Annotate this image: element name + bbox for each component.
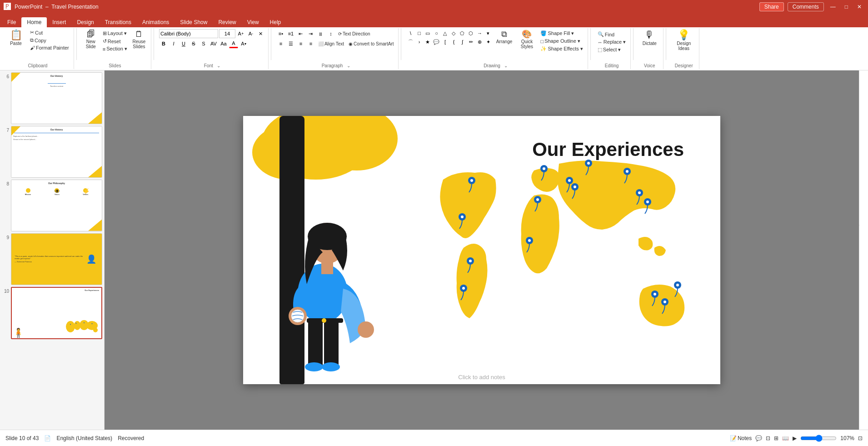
tab-view[interactable]: View	[242, 17, 264, 27]
slide-thumb-7-inner: Our History Neptune is the farthest plan…	[11, 126, 102, 177]
shape-star[interactable]: ★	[424, 38, 432, 46]
shape-callout[interactable]: 💬	[432, 38, 440, 46]
smartart-icon: ◉	[349, 41, 353, 46]
increase-font-button[interactable]: A+	[236, 29, 245, 38]
comments-icon[interactable]: 💬	[755, 435, 762, 441]
bold-button[interactable]: B	[159, 39, 168, 48]
share-button[interactable]: Share	[759, 2, 784, 11]
quick-styles-button[interactable]: 🎨 QuickStyles	[516, 29, 538, 50]
font-size-input[interactable]	[219, 29, 235, 38]
tab-review[interactable]: Review	[213, 17, 241, 27]
shape-misc2[interactable]: ✦	[484, 38, 492, 46]
shape-pentagon[interactable]: ⬠	[458, 29, 466, 37]
decrease-indent-button[interactable]: ⇤	[296, 29, 305, 38]
decrease-font-button[interactable]: A-	[246, 29, 255, 38]
shape-formula[interactable]: ∫	[458, 38, 466, 46]
shape-rounded-rect[interactable]: ▭	[424, 29, 432, 37]
shape-more[interactable]: ▾	[484, 29, 492, 37]
clear-format-button[interactable]: ✕	[256, 29, 265, 38]
arrange-label: Arrange	[496, 39, 513, 44]
align-center-button[interactable]: ☰	[286, 39, 295, 48]
text-shadow-button[interactable]: S	[199, 39, 208, 48]
slide-thumb-6[interactable]: Our History Timeline content	[11, 72, 102, 124]
tab-animations[interactable]: Animations	[137, 17, 175, 27]
slideshow-button[interactable]: ▶	[793, 435, 797, 441]
shape-rect[interactable]: □	[415, 29, 423, 37]
normal-view-button[interactable]: ⊡	[766, 435, 770, 441]
layout-button[interactable]: ⊞ Layout ▾	[101, 30, 129, 37]
shape-diamond[interactable]: ◇	[449, 29, 458, 37]
tab-file[interactable]: File	[2, 17, 21, 27]
shape-misc1[interactable]: ⊕	[475, 38, 484, 46]
char-spacing-button[interactable]: AV	[209, 39, 218, 48]
comments-button[interactable]: Comments	[788, 2, 824, 11]
shape-arrow[interactable]: →	[475, 29, 484, 37]
shape-triangle[interactable]: △	[441, 29, 449, 37]
bullets-button[interactable]: ≡•	[276, 29, 285, 38]
cut-button[interactable]: ✂ Cut	[28, 29, 71, 36]
align-right-button[interactable]: ≡	[296, 39, 305, 48]
increase-indent-button[interactable]: ⇥	[306, 29, 315, 38]
shape-hexagon[interactable]: ⬡	[467, 29, 475, 37]
design-ideas-button[interactable]: 💡 DesignIdeas	[671, 29, 696, 52]
shape-fill-button[interactable]: 🪣 Shape Fill ▾	[539, 30, 584, 37]
font-color-button[interactable]: A	[229, 39, 238, 48]
tab-home[interactable]: Home	[21, 17, 47, 27]
shape-line[interactable]: \	[406, 29, 414, 37]
numbering-button[interactable]: ≡1	[286, 29, 295, 38]
shape-freeform[interactable]: ✏	[467, 38, 475, 46]
minimize-button[interactable]: —	[828, 4, 838, 10]
slide-thumb-9[interactable]: "This is a quote, words full of wisdom t…	[11, 233, 102, 285]
shape-chevron[interactable]: ›	[415, 38, 423, 46]
columns-button[interactable]: ⫼	[316, 29, 325, 38]
shape-arc[interactable]: ⌒	[406, 38, 414, 46]
slide-thumb-8[interactable]: Our Philosophy Mission 👁 Vision ⚡ Valu	[11, 180, 102, 231]
align-text-button[interactable]: ⬜ Align Text	[316, 41, 346, 47]
justify-button[interactable]: ≡	[306, 39, 315, 48]
section-button[interactable]: ≡ Section ▾	[101, 45, 129, 52]
fit-slide-button[interactable]: ⊡	[858, 435, 863, 441]
reuse-slides-button[interactable]: 🗒 ReuseSlides	[130, 29, 148, 50]
slide-sorter-button[interactable]: ⊞	[774, 435, 778, 441]
slide-thumb-10[interactable]: Our Experiences	[11, 287, 102, 339]
tab-insert[interactable]: Insert	[47, 17, 71, 27]
zoom-slider[interactable]	[800, 435, 837, 442]
paste-button[interactable]: 📋 Paste	[5, 29, 27, 47]
convert-smartart-button[interactable]: ◉ Convert to SmartArt	[347, 41, 395, 47]
slide-thumb-10-inner: Our Experiences	[12, 288, 101, 338]
drawing-content: \ □ ▭ ○ △ ◇ ⬠ ⬡ → ▾ ⌒ › ★ 💬 [ { ∫	[406, 29, 584, 62]
arrange-button[interactable]: ⧉ Arrange	[493, 29, 515, 45]
align-left-button[interactable]: ≡	[276, 39, 285, 48]
replace-button[interactable]: ↔ Replace ▾	[596, 39, 628, 45]
strikethrough-button[interactable]: S	[189, 39, 198, 48]
highlight-color-button[interactable]: A▾	[239, 39, 248, 48]
dictate-button[interactable]: 🎙 Dictate	[639, 29, 660, 47]
new-slide-button[interactable]: 🗐 NewSlide	[82, 29, 100, 50]
copy-button[interactable]: ⧉ Copy	[28, 37, 71, 44]
maximize-button[interactable]: □	[842, 4, 851, 10]
shape-brace[interactable]: {	[449, 38, 458, 46]
reset-button[interactable]: ↺ Reset	[101, 38, 129, 45]
notes-placeholder[interactable]: Click to add notes	[458, 374, 505, 381]
format-painter-button[interactable]: 🖌 Format Painter	[28, 45, 71, 51]
slide-thumb-7[interactable]: Our History Neptune is the farthest plan…	[11, 126, 102, 178]
shape-bracket[interactable]: [	[441, 38, 449, 46]
change-case-button[interactable]: Aa	[219, 39, 228, 48]
tab-help[interactable]: Help	[264, 17, 287, 27]
shape-outline-button[interactable]: □ Shape Outline ▾	[539, 38, 584, 45]
font-family-input[interactable]	[159, 29, 218, 38]
tab-transitions[interactable]: Transitions	[100, 17, 137, 27]
tab-slideshow[interactable]: Slide Show	[175, 17, 213, 27]
shape-circle[interactable]: ○	[432, 29, 440, 37]
underline-button[interactable]: U	[179, 39, 188, 48]
select-button[interactable]: ⬚ Select ▾	[596, 46, 628, 53]
italic-button[interactable]: I	[169, 39, 178, 48]
close-button[interactable]: ✕	[854, 4, 864, 10]
text-direction-button[interactable]: ⟳ Text Direction	[336, 31, 372, 37]
notes-button[interactable]: 📝 Notes	[730, 435, 752, 441]
shape-effects-button[interactable]: ✨ Shape Effects ▾	[539, 45, 584, 52]
find-button[interactable]: 🔍 Find	[596, 31, 628, 38]
line-spacing-button[interactable]: ↕	[326, 29, 335, 38]
tab-design[interactable]: Design	[71, 17, 99, 27]
reading-view-button[interactable]: 📖	[782, 435, 789, 441]
